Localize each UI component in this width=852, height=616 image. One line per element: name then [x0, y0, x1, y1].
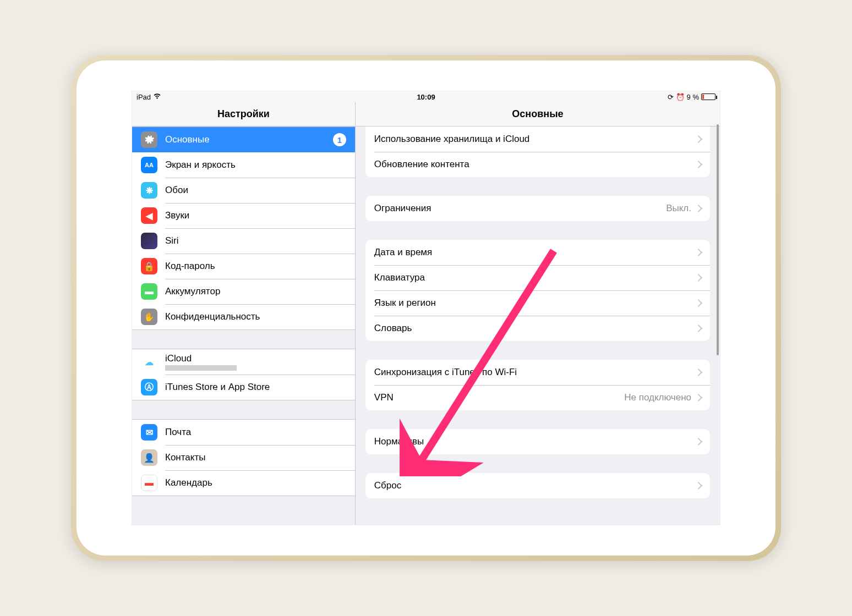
siri-icon — [141, 233, 157, 249]
flower-icon: ❋ — [141, 182, 157, 199]
chevron-right-icon — [695, 482, 702, 490]
detail-row-value: Не подключено — [624, 392, 691, 403]
device-label: iPad — [136, 93, 151, 101]
detail-row-vpn[interactable]: VPNНе подключено — [365, 385, 710, 410]
detail-row-label: Дата и время — [374, 247, 696, 258]
detail-row-background[interactable]: Обновление контента — [365, 152, 710, 177]
hand-icon: ✋ — [141, 309, 157, 325]
scroll-indicator[interactable] — [717, 124, 719, 355]
sidebar-item-label: Обои — [165, 185, 346, 196]
battery-icon — [701, 94, 716, 100]
appstore-icon: Ⓐ — [141, 379, 157, 395]
chevron-right-icon — [695, 161, 702, 168]
chevron-right-icon — [695, 135, 702, 143]
sidebar-item-wallpaper[interactable]: ❋Обои — [132, 178, 355, 203]
detail-row-label: Сброс — [374, 480, 696, 491]
detail-row-storage[interactable]: Использование хранилища и iCloud — [365, 127, 710, 152]
chevron-right-icon — [695, 438, 702, 446]
chevron-right-icon — [695, 394, 702, 402]
sidebar-item-display[interactable]: AAЭкран и яркость — [132, 152, 355, 178]
screen: iPad 10:09 ⟳ ⏰ 9 % Настройки Основны — [132, 91, 720, 525]
sidebar-item-siri[interactable]: Siri — [132, 228, 355, 254]
detail-row-restrictions[interactable]: ОграниченияВыкл. — [365, 196, 710, 221]
sidebar-item-label: Почта — [165, 427, 346, 438]
sidebar-item-label: iTunes Store и App Store — [165, 382, 346, 393]
sidebar-item-label: Код-пароль — [165, 261, 346, 272]
sidebar-title: Настройки — [132, 102, 355, 127]
chevron-right-icon — [695, 205, 702, 212]
sidebar-item-label: Календарь — [165, 477, 346, 488]
chevron-right-icon — [695, 324, 702, 332]
detail-row-reset[interactable]: Сброс — [365, 473, 710, 498]
cloud-icon: ☁︎ — [141, 354, 157, 370]
clock: 10:09 — [417, 93, 435, 101]
sidebar-item-sounds[interactable]: ◀︎Звуки — [132, 203, 355, 228]
detail-row-label: Синхронизация с iTunes по Wi-Fi — [374, 367, 696, 378]
settings-sidebar: Настройки Основные1AAЭкран и яркость❋Обо… — [132, 102, 356, 525]
detail-row-label: Использование хранилища и iCloud — [374, 134, 696, 145]
sidebar-item-label: Конфиденциальность — [165, 311, 346, 322]
ipad-device-frame: iPad 10:09 ⟳ ⏰ 9 % Настройки Основны — [71, 55, 781, 561]
badge: 1 — [333, 133, 346, 146]
chevron-right-icon — [695, 274, 702, 282]
calendar-icon: ▬ — [141, 475, 157, 491]
sidebar-item-privacy[interactable]: ✋Конфиденциальность — [132, 304, 355, 329]
sidebar-item-sublabel-redacted — [165, 365, 237, 371]
detail-row-keyboard[interactable]: Клавиатура — [365, 265, 710, 290]
detail-row-label: Обновление контента — [374, 159, 696, 170]
detail-row-dictionary[interactable]: Словарь — [365, 316, 710, 341]
sidebar-item-label: Звуки — [165, 210, 346, 221]
orientation-lock-icon: ⟳ — [668, 93, 674, 101]
sidebar-item-contacts[interactable]: 👤Контакты — [132, 445, 355, 470]
detail-row-regulatory[interactable]: Нормативы — [365, 429, 710, 454]
gear-icon — [141, 131, 157, 148]
detail-title: Основные — [356, 102, 720, 127]
detail-row-itunes_wifi[interactable]: Синхронизация с iTunes по Wi-Fi — [365, 360, 710, 385]
sidebar-item-mail[interactable]: ✉︎Почта — [132, 420, 355, 445]
alarm-icon: ⏰ — [676, 93, 685, 101]
detail-row-label: Нормативы — [374, 436, 696, 447]
detail-row-date[interactable]: Дата и время — [365, 240, 710, 265]
sidebar-item-calendar[interactable]: ▬Календарь — [132, 470, 355, 496]
battery-percent: 9 % — [687, 93, 699, 101]
sidebar-item-itunes[interactable]: ⒶiTunes Store и App Store — [132, 375, 355, 400]
chevron-right-icon — [695, 369, 702, 376]
wifi-icon — [153, 93, 161, 101]
lock-icon: 🔒 — [141, 258, 157, 274]
sidebar-item-label: Основные — [165, 134, 333, 145]
sidebar-item-icloud[interactable]: ☁︎iCloud — [132, 349, 355, 375]
sidebar-item-passcode[interactable]: 🔒Код-пароль — [132, 254, 355, 279]
detail-row-label: VPN — [374, 392, 624, 403]
status-bar: iPad 10:09 ⟳ ⏰ 9 % — [132, 91, 720, 102]
detail-row-label: Язык и регион — [374, 298, 696, 309]
sidebar-item-label: Экран и яркость — [165, 160, 346, 170]
chevron-right-icon — [695, 249, 702, 256]
contacts-icon: 👤 — [141, 449, 157, 466]
sidebar-item-label: Аккумулятор — [165, 286, 346, 297]
battery-icon: ▬ — [141, 283, 157, 300]
text-size-icon: AA — [141, 157, 157, 173]
detail-pane: Основные Использование хранилища и iClou… — [356, 102, 720, 525]
sidebar-item-label: Контакты — [165, 452, 346, 463]
detail-row-label: Клавиатура — [374, 272, 696, 283]
chevron-right-icon — [695, 299, 702, 307]
sidebar-item-label: Siri — [165, 235, 346, 246]
detail-row-value: Выкл. — [666, 203, 691, 214]
detail-row-label: Словарь — [374, 323, 696, 334]
sidebar-item-battery[interactable]: ▬Аккумулятор — [132, 279, 355, 304]
mail-icon: ✉︎ — [141, 424, 157, 441]
sidebar-item-general[interactable]: Основные1 — [132, 127, 355, 152]
detail-row-language[interactable]: Язык и регион — [365, 290, 710, 316]
speaker-icon: ◀︎ — [141, 207, 157, 224]
sidebar-item-label: iCloud — [165, 353, 346, 364]
detail-row-label: Ограничения — [374, 203, 666, 214]
